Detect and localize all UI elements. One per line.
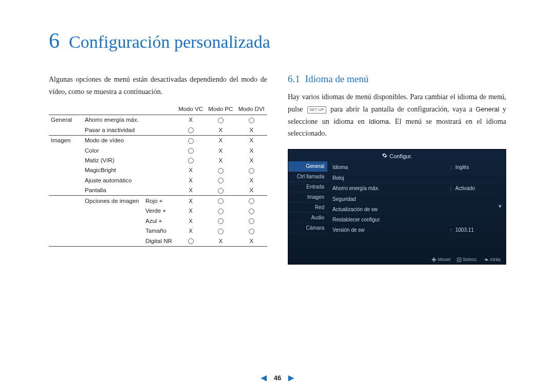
- dvi-cell: X: [235, 135, 267, 145]
- dvi-cell: X: [235, 125, 267, 135]
- right-column: 6.1Idioma de menú Hay varios idiomas de …: [288, 73, 506, 265]
- idioma-keyword: Idioma: [369, 118, 389, 125]
- osd-setting-label: Restablecer configur.: [332, 217, 450, 222]
- vc-cell: X: [176, 185, 206, 196]
- osd-side-item[interactable]: Audio: [288, 213, 327, 223]
- osd-title-text: Configur.: [390, 153, 412, 159]
- dvi-cell: [235, 226, 267, 236]
- pc-cell: [206, 165, 235, 175]
- osd-setting-row[interactable]: Restablecer configur.: [332, 215, 502, 225]
- feature-cell: Pasar a inactividad: [83, 125, 143, 135]
- option-cell: [143, 165, 176, 175]
- table-head-vc: Modo VC: [176, 103, 206, 115]
- chapter-heading: 6 Configuración personalizada: [49, 28, 506, 53]
- vc-cell: X: [176, 175, 206, 185]
- scroll-down-icon: ▼: [497, 203, 503, 209]
- pc-cell: X: [206, 125, 235, 135]
- osd-setting-label: Idioma: [332, 164, 450, 171]
- circle-mark-icon: [188, 127, 194, 133]
- osd-setting-value: 1003.11: [455, 227, 502, 233]
- group-cell: [49, 216, 83, 226]
- dvi-cell: [235, 196, 267, 206]
- table-row: GeneralAhorro energía máx.X: [49, 115, 267, 125]
- vc-cell: X: [176, 226, 206, 236]
- dvi-cell: [235, 216, 267, 226]
- feature-cell: Modo de vídeo: [83, 135, 143, 145]
- mode-feature-table: Modo VC Modo PC Modo DVI GeneralAhorro e…: [49, 103, 267, 247]
- option-cell: [143, 135, 176, 145]
- group-cell: [49, 226, 83, 236]
- option-cell: [143, 145, 176, 155]
- pc-cell: X: [206, 135, 235, 145]
- osd-side-item[interactable]: Entrada: [288, 182, 327, 192]
- dvi-cell: [235, 115, 267, 125]
- intro-paragraph: Algunas opciones de menú están desactiva…: [49, 73, 267, 98]
- osd-side-item[interactable]: General: [288, 161, 327, 172]
- prev-page-icon[interactable]: ◀: [261, 374, 267, 382]
- group-cell: [49, 206, 83, 216]
- feature-cell: MagicBright: [83, 165, 143, 175]
- circle-mark-icon: [249, 209, 254, 214]
- osd-setting-value: Inglés: [455, 164, 502, 171]
- setup-key-icon: SET UP: [307, 106, 326, 114]
- dvi-cell: X: [235, 155, 267, 165]
- osd-hint-move: Mover: [432, 257, 451, 262]
- option-cell: [143, 185, 176, 196]
- circle-mark-icon: [188, 148, 194, 154]
- option-cell: [143, 125, 176, 135]
- osd-setting-row[interactable]: Seguridad: [332, 194, 502, 204]
- vc-cell: X: [176, 165, 206, 175]
- left-column: Algunas opciones de menú están desactiva…: [49, 73, 267, 265]
- separator: :: [450, 164, 455, 171]
- osd-setting-row[interactable]: Ahorro energía máx.:Activado: [332, 183, 502, 194]
- feature-cell: Matiz (V/R): [83, 155, 143, 165]
- osd-setting-row[interactable]: Idioma:Inglés: [332, 162, 502, 173]
- osd-screenshot: Configur. GeneralCtrl llamadaEntradaImag…: [288, 149, 506, 264]
- dvi-cell: X: [235, 236, 267, 246]
- text-fragment: Mover: [438, 257, 451, 262]
- section-number: 6.1: [288, 73, 300, 84]
- table-row: MagicBrightX: [49, 165, 267, 175]
- feature-cell: [83, 236, 143, 246]
- table-row: ColorXX: [49, 145, 267, 155]
- vc-cell: X: [176, 115, 206, 125]
- table-head-empty1: [49, 103, 83, 115]
- group-cell: [49, 145, 83, 155]
- vc-cell: [176, 155, 206, 165]
- option-cell: [143, 115, 176, 125]
- page-number: 46: [274, 374, 281, 382]
- vc-cell: [176, 236, 206, 246]
- text-fragment: para abrir la pantalla de configuración,…: [327, 105, 476, 113]
- gear-icon: [382, 153, 387, 159]
- group-cell: [49, 155, 83, 165]
- separator: :: [450, 227, 455, 233]
- feature-cell: Color: [83, 145, 143, 155]
- section-title: Idioma de menú: [305, 73, 368, 84]
- osd-setting-row[interactable]: Actualización de sw: [332, 204, 502, 215]
- circle-mark-icon: [218, 209, 224, 214]
- osd-setting-label: Versión de sw: [332, 227, 450, 233]
- option-cell: Tamaño: [143, 226, 176, 236]
- general-keyword: General: [475, 105, 499, 113]
- feature-cell: [83, 226, 143, 236]
- osd-side-item[interactable]: Imagen: [288, 192, 327, 202]
- circle-mark-icon: [249, 218, 254, 224]
- osd-setting-row[interactable]: Versión de sw:1003.11: [332, 225, 502, 235]
- table-row: Opciones de imagenRojo +X: [49, 196, 267, 206]
- text-fragment: Selecc.: [462, 257, 478, 262]
- circle-mark-icon: [249, 168, 254, 174]
- table-row: Ajuste automáticoXX: [49, 175, 267, 185]
- group-cell: General: [49, 115, 83, 125]
- next-page-icon[interactable]: ▶: [288, 374, 294, 382]
- osd-side-item[interactable]: Red: [288, 202, 327, 213]
- pc-cell: [206, 226, 235, 236]
- dvi-cell: [235, 206, 267, 216]
- osd-setting-row[interactable]: Reloj: [332, 173, 502, 183]
- feature-cell: [83, 216, 143, 226]
- osd-setting-label: Seguridad: [332, 196, 450, 202]
- circle-mark-icon: [249, 229, 254, 234]
- table-row: Verde +X: [49, 206, 267, 216]
- osd-side-item[interactable]: Ctrl llamada: [288, 172, 327, 182]
- option-cell: Rojo +: [143, 196, 176, 206]
- osd-side-item[interactable]: Cámara: [288, 223, 327, 233]
